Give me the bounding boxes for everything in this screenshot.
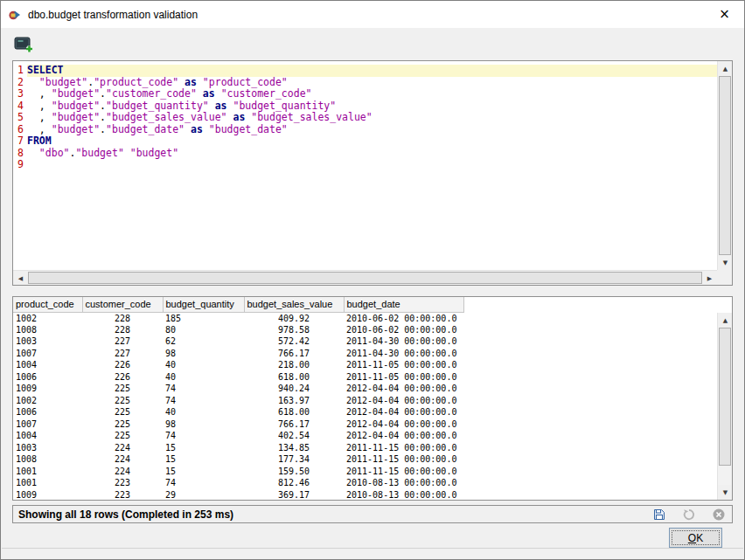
- cell: 227: [82, 348, 163, 360]
- sql-console-button[interactable]: [12, 35, 37, 56]
- editor-line[interactable]: 2 "budget"."product_code" as "product_co…: [13, 77, 717, 89]
- table-row[interactable]: 100822415177.342011-11-15 00:00:00.0: [13, 453, 463, 466]
- table-row[interactable]: 100422640218.002011-11-05 00:00:00.0: [13, 359, 463, 371]
- table-row[interactable]: 100922574940.242012-04-04 00:00:00.0: [13, 383, 463, 395]
- cell: 227: [82, 335, 163, 348]
- cancel-button[interactable]: [711, 507, 727, 522]
- line-number: 2: [13, 77, 27, 89]
- cell: 1003: [13, 442, 82, 454]
- cell: 402.54: [244, 430, 344, 442]
- title-bar[interactable]: dbo.budget transformation validation ×: [1, 1, 744, 28]
- table-row[interactable]: 100922329369.172010-08-13 00:00:00.0: [13, 489, 463, 501]
- cell: 1003: [13, 335, 82, 348]
- table-row[interactable]: 100122374812.462010-08-13 00:00:00.0: [13, 477, 463, 489]
- window-title: dbo.budget transformation validation: [28, 9, 198, 21]
- cell: 1001: [13, 477, 82, 489]
- sql-editor-panel: 1SELECT2 "budget"."product_code" as "pro…: [12, 60, 733, 286]
- table-row[interactable]: 100322415134.852011-11-15 00:00:00.0: [13, 442, 463, 454]
- cell: 98: [163, 348, 244, 360]
- save-results-button[interactable]: [651, 507, 667, 522]
- cell: 1004: [13, 430, 82, 442]
- scroll-down-button[interactable]: ▼: [718, 485, 733, 500]
- cell: 225: [82, 395, 163, 407]
- line-number: 3: [13, 88, 27, 100]
- line-number: 8: [13, 148, 27, 160]
- cell: 134.85: [244, 442, 344, 454]
- code-text: "dbo"."budget" "budget": [27, 148, 717, 160]
- cell: 218.00: [244, 359, 344, 371]
- cell: 2012-04-04 00:00:00.0: [344, 395, 463, 407]
- scroll-left-button[interactable]: ◀: [13, 271, 28, 286]
- table-row[interactable]: 100722598766.172012-04-04 00:00:00.0: [13, 418, 463, 431]
- cell: 618.00: [244, 371, 344, 384]
- table-row[interactable]: 100222574163.972012-04-04 00:00:00.0: [13, 395, 463, 407]
- cell: 226: [82, 359, 163, 371]
- toolbar: [12, 35, 733, 56]
- cell: 225: [82, 383, 163, 395]
- save-icon: [652, 508, 666, 522]
- footer: OK: [12, 523, 733, 550]
- ok-button[interactable]: OK: [669, 528, 722, 548]
- code-text: , "budget"."customer_code" as "customer_…: [27, 88, 717, 100]
- close-button[interactable]: ×: [705, 1, 744, 28]
- table-row[interactable]: 100822880978.582010-06-02 00:00:00.0: [13, 324, 463, 336]
- column-header-customer_code[interactable]: customer_code: [82, 297, 163, 312]
- editor-line[interactable]: 3 , "budget"."customer_code" as "custome…: [13, 88, 717, 100]
- table-row[interactable]: 100722798766.172011-04-30 00:00:00.0: [13, 348, 463, 360]
- table-row[interactable]: 100322762572.422011-04-30 00:00:00.0: [13, 335, 463, 348]
- cell: 2011-04-30 00:00:00.0: [344, 348, 463, 360]
- ok-label-mnemonic: O: [688, 532, 696, 544]
- cell: 1009: [13, 383, 82, 395]
- column-header-product_code[interactable]: product_code: [13, 297, 82, 312]
- cell: 224: [82, 453, 163, 466]
- table-row[interactable]: 100622540618.002012-04-04 00:00:00.0: [13, 406, 463, 418]
- sql-console-add-icon: [14, 43, 35, 56]
- scroll-up-button[interactable]: ▲: [718, 61, 733, 76]
- scroll-right-button[interactable]: ▶: [702, 271, 717, 286]
- column-header-budget_date[interactable]: budget_date: [344, 297, 463, 312]
- cell: 2010-06-02 00:00:00.0: [344, 324, 463, 336]
- column-header-budget_sales_value[interactable]: budget_sales_value: [244, 297, 344, 312]
- dialog-window: dbo.budget transformation validation ×: [0, 0, 745, 560]
- cell: 74: [163, 430, 244, 442]
- arrow-up-icon: ▲: [723, 66, 728, 73]
- table-vscrollbar[interactable]: ▲ ▼: [717, 313, 732, 500]
- cell: 766.17: [244, 418, 344, 431]
- editor-line[interactable]: 9: [13, 159, 717, 171]
- editor-hscrollbar[interactable]: ◀ ▶: [13, 270, 717, 285]
- table-row[interactable]: 100622640618.002011-11-05 00:00:00.0: [13, 371, 463, 384]
- editor-line[interactable]: 5 , "budget"."budget_sales_value" as "bu…: [13, 112, 717, 124]
- vscroll-thumb[interactable]: [719, 76, 731, 255]
- editor-line[interactable]: 7FROM: [13, 135, 717, 148]
- arrow-right-icon: ▶: [707, 275, 712, 282]
- editor-content[interactable]: 1SELECT2 "budget"."product_code" as "pro…: [13, 61, 717, 270]
- table-row[interactable]: 1002228185409.922010-06-02 00:00:00.0: [13, 312, 463, 324]
- column-header-budget_quantity[interactable]: budget_quantity: [163, 297, 244, 312]
- editor-line[interactable]: 1SELECT: [13, 65, 717, 77]
- cell: 1001: [13, 466, 82, 478]
- hscroll-thumb[interactable]: [28, 272, 702, 284]
- status-actions: [651, 507, 727, 522]
- scroll-down-button[interactable]: ▼: [718, 255, 733, 270]
- cell: 1006: [13, 406, 82, 418]
- code-text: [27, 159, 717, 171]
- cell: 228: [82, 312, 163, 324]
- cell: 224: [82, 442, 163, 454]
- vscroll-thumb[interactable]: [719, 328, 731, 466]
- editor-line[interactable]: 6 , "budget"."budget_date" as "budget_da…: [13, 124, 717, 136]
- scroll-up-button[interactable]: ▲: [718, 313, 733, 328]
- line-number: 4: [13, 100, 27, 113]
- cell: 224: [82, 466, 163, 478]
- line-number: 5: [13, 112, 27, 124]
- table-row[interactable]: 100122415159.502011-11-15 00:00:00.0: [13, 466, 463, 478]
- table-row[interactable]: 100422574402.542012-04-04 00:00:00.0: [13, 430, 463, 442]
- code-text: "budget"."product_code" as "product_code…: [27, 77, 717, 89]
- reload-button[interactable]: [681, 507, 697, 522]
- line-number: 7: [13, 135, 27, 148]
- cell: 2012-04-04 00:00:00.0: [344, 383, 463, 395]
- editor-vscrollbar[interactable]: ▲ ▼: [717, 61, 732, 270]
- editor-line[interactable]: 4 , "budget"."budget_quantity" as "budge…: [13, 100, 717, 113]
- cell: 1009: [13, 489, 82, 501]
- cell: 185: [163, 312, 244, 324]
- editor-line[interactable]: 8 "dbo"."budget" "budget": [13, 148, 717, 160]
